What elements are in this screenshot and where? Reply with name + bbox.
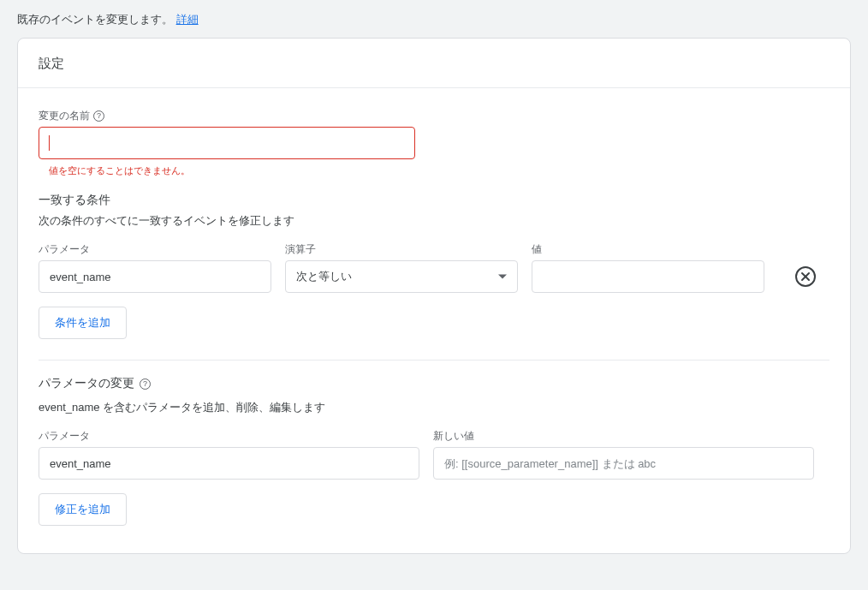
name-error-text: 値を空にすることはできません。 bbox=[49, 164, 829, 177]
conditions-section: 一致する条件 次の条件のすべてに一致するイベントを修正します パラメータ 演算子… bbox=[39, 177, 829, 339]
modification-parameter-input[interactable] bbox=[39, 447, 419, 480]
modifications-section: パラメータの変更 ? event_name を含むパラメータを追加、削除、編集し… bbox=[39, 361, 829, 533]
value-column-label: 値 bbox=[532, 242, 764, 257]
intro-text: 既存のイベントを変更します。 詳細 bbox=[0, 0, 868, 38]
close-icon bbox=[800, 271, 811, 282]
mod-newvalue-column-label: 新しい値 bbox=[433, 429, 814, 444]
modifications-title: パラメータの変更 bbox=[39, 376, 134, 391]
modification-newvalue-input[interactable] bbox=[433, 447, 814, 480]
modification-row: パラメータ 新しい値 bbox=[39, 429, 829, 480]
remove-condition-button[interactable] bbox=[795, 266, 816, 287]
add-modification-button[interactable]: 修正を追加 bbox=[39, 493, 127, 526]
condition-operator-select[interactable]: 次と等しい bbox=[285, 260, 518, 293]
operator-column-label: 演算子 bbox=[285, 242, 518, 257]
name-field-label: 変更の名前 bbox=[39, 109, 90, 123]
card-title: 設定 bbox=[18, 39, 850, 88]
modifications-description: event_name を含むパラメータを追加、削除、編集します bbox=[39, 400, 829, 415]
condition-parameter-input[interactable] bbox=[39, 260, 271, 293]
help-icon[interactable]: ? bbox=[140, 378, 151, 390]
mod-parameter-column-label: パラメータ bbox=[39, 429, 419, 444]
condition-row: パラメータ 演算子 次と等しい 値 bbox=[39, 242, 829, 293]
name-field-block: 変更の名前 ? 値を空にすることはできません。 bbox=[39, 109, 829, 177]
conditions-description: 次の条件のすべてに一致するイベントを修正します bbox=[39, 213, 829, 229]
chevron-down-icon bbox=[498, 275, 507, 279]
name-field-label-row: 変更の名前 ? bbox=[39, 109, 829, 123]
parameter-column-label: パラメータ bbox=[39, 242, 271, 257]
details-link[interactable]: 詳細 bbox=[176, 13, 199, 26]
modifications-title-row: パラメータの変更 ? bbox=[39, 376, 829, 391]
text-cursor bbox=[49, 135, 50, 151]
operator-selected-value: 次と等しい bbox=[296, 269, 352, 284]
condition-value-input[interactable] bbox=[532, 260, 764, 293]
intro-description: 既存のイベントを変更します。 bbox=[17, 13, 173, 26]
help-icon[interactable]: ? bbox=[93, 110, 104, 122]
settings-card: 設定 変更の名前 ? 値を空にすることはできません。 一致する条件 次の条件のす… bbox=[17, 38, 851, 554]
name-input[interactable] bbox=[39, 127, 415, 159]
add-condition-button[interactable]: 条件を追加 bbox=[39, 307, 127, 339]
conditions-title: 一致する条件 bbox=[39, 193, 829, 208]
